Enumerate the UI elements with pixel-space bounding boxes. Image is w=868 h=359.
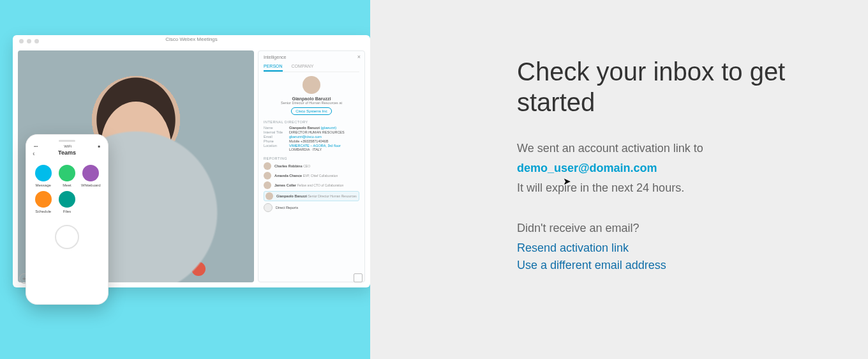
tool-icon[interactable] (120, 262, 134, 276)
section-header: REPORTING (264, 157, 359, 160)
different-email-link[interactable]: Use a different email address (517, 259, 830, 272)
grid-item-message[interactable]: Message (33, 165, 54, 187)
grid-item-meet[interactable]: Meet (56, 165, 77, 187)
phone-header: ‹ Teams (26, 149, 108, 156)
dir-label: Email (264, 135, 285, 139)
report-row: Direct Reports (264, 203, 359, 212)
phone-mockup: ••• WiFi ■ ‹ Teams Message Meet Whiteboa… (26, 134, 108, 305)
dir-label: Location (264, 144, 285, 151)
report-row: James Coller Fellow and CTO of Collabora… (264, 181, 359, 189)
dir-value: VIMERCATE – AGORA, 3rd floorLOMBARDIA · … (289, 144, 341, 151)
dir-label: Name (264, 126, 285, 130)
section-header: INTERNAL DIRECTORY (264, 120, 359, 124)
promo-panel: Cisco Webex Meetings Lu (0, 0, 370, 359)
person-name: Gianpaolo Baruzzi (264, 96, 359, 101)
wifi-icon: WiFi (64, 144, 71, 148)
grid-item-whiteboard[interactable]: Whiteboard (80, 165, 101, 187)
report-row: Charles Robbins CEO (264, 162, 359, 170)
dir-value: gbaruzzi@cisco.com (289, 135, 322, 139)
panel-heading: Intelligence (264, 55, 359, 59)
phone-statusbar: ••• WiFi ■ (26, 144, 108, 148)
report-row: Amanda Chance EVP, Chief Collaboration (264, 172, 359, 180)
no-email-text: Didn't receive an email? (517, 222, 830, 235)
tab-person[interactable]: PERSON (264, 62, 283, 72)
tool-icon[interactable] (138, 262, 152, 276)
report-row-active: Gianpaolo Baruzzi Senior Director Human … (264, 191, 359, 201)
home-button[interactable] (55, 225, 79, 249)
end-call-icon[interactable] (191, 262, 206, 276)
back-icon[interactable]: ‹ (33, 149, 35, 157)
page-title: Check your inbox to get started (517, 56, 830, 118)
signal-icon: ••• (34, 144, 38, 148)
expand-icon[interactable] (354, 273, 363, 282)
company-chip[interactable]: Cisco Systems Inc (291, 107, 331, 115)
dir-value: Gianpaolo Baruzzi (gbaruzzi) (289, 126, 336, 130)
dir-label: Phone (264, 139, 285, 143)
tool-icon[interactable] (156, 262, 170, 276)
page-root: Cisco Webex Meetings Lu (0, 0, 868, 359)
dir-value: DIRECTOR.HUMAN RESOURCES (289, 130, 345, 134)
activation-email: demo_user@domain.com (517, 162, 830, 175)
battery-icon: ■ (98, 144, 100, 148)
expire-text: It will expire in the next 24 hours. (517, 181, 830, 195)
dir-value: Mobile +393358714046B (289, 139, 328, 143)
activation-panel: Check your inbox to get started We sent … (370, 0, 868, 359)
dir-label: Internal Title (264, 130, 285, 134)
resend-link[interactable]: Resend activation link (517, 241, 830, 255)
grid-item-files[interactable]: Files (56, 191, 77, 213)
intelligence-panel: × Intelligence PERSON COMPANY Gianpaolo … (258, 50, 365, 282)
tab-company[interactable]: COMPANY (292, 62, 314, 72)
tool-icon[interactable] (174, 262, 188, 276)
phone-title: Teams (58, 149, 76, 156)
close-icon[interactable]: × (357, 54, 361, 60)
person-subtitle: Senior Director of Human Resources at (264, 101, 359, 105)
sent-text: We sent an account activation link to (517, 142, 830, 155)
grid-item-schedule[interactable]: Schedule (33, 191, 54, 213)
person-avatar (303, 76, 320, 94)
panel-tabs: PERSON COMPANY (264, 62, 359, 72)
window-title: Cisco Webex Meetings (13, 36, 370, 42)
teams-grid: Message Meet Whiteboard Schedule Files (26, 156, 108, 213)
